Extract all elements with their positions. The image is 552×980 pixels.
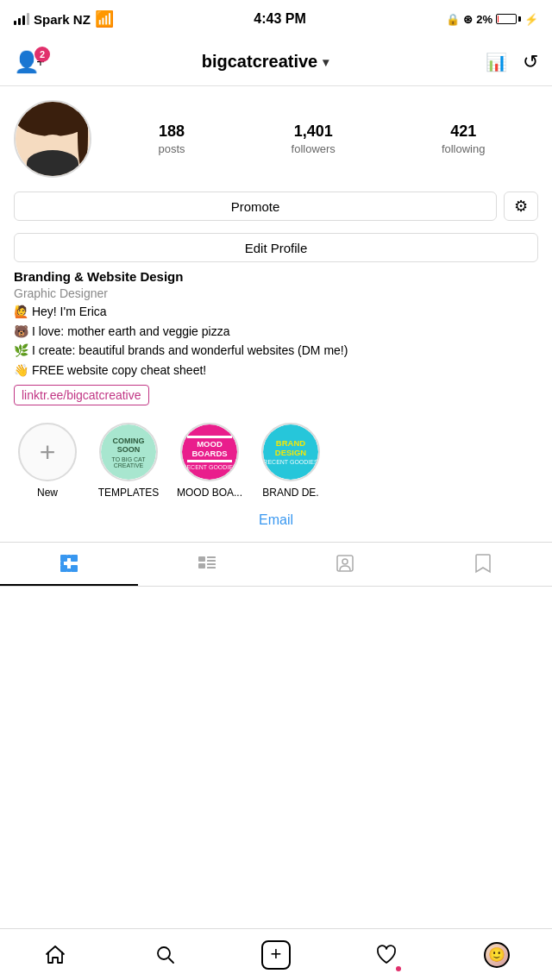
status-time: 4:43 PM: [254, 11, 305, 27]
bio-job: Graphic Designer: [14, 286, 538, 300]
bottom-nav-profile[interactable]: 🙂: [475, 933, 518, 977]
highlight-label-mood: MOOD BOA...: [176, 487, 243, 499]
highlight-label-brand: BRAND DE.: [257, 487, 324, 499]
bookmark-icon: [474, 553, 492, 574]
list-icon: [197, 553, 217, 574]
search-icon: [154, 944, 177, 966]
signal-icon: [14, 13, 29, 25]
svg-rect-12: [207, 567, 216, 569]
svg-rect-3: [60, 562, 64, 565]
posts-stat[interactable]: 188 posts: [159, 122, 185, 155]
following-count: 421: [450, 122, 476, 141]
tab-list[interactable]: [138, 543, 276, 586]
person-tag-icon: [335, 553, 355, 574]
highlights-section: + New COMINGSOON TO BIG CAT CREATIVE TEM…: [0, 416, 552, 502]
following-stat[interactable]: 421 following: [442, 122, 486, 155]
highlight-new[interactable]: + New: [14, 423, 81, 499]
bottom-nav-home[interactable]: [34, 933, 77, 977]
username-label: bigcatcreative: [202, 52, 318, 72]
status-left: Spark NZ 📶: [14, 9, 114, 28]
svg-rect-9: [207, 560, 216, 562]
svg-rect-2: [71, 555, 78, 562]
chevron-down-icon: ▾: [323, 55, 329, 69]
promote-button[interactable]: Promote: [14, 192, 497, 221]
highlight-brand-design[interactable]: BRANDDESIGN RECENT GOODIES BRAND DE.: [257, 423, 324, 499]
bio-line-1: 🙋 Hey! I'm Erica: [14, 304, 538, 321]
highlight-label-new: New: [14, 487, 81, 499]
bluetooth-icon: ⊛: [463, 13, 473, 26]
nav-bar: 👤+ 2 bigcatcreative ▾ 📊 ↺: [0, 38, 552, 86]
settings-button[interactable]: ⚙: [504, 192, 538, 221]
gear-icon: ⚙: [514, 197, 528, 216]
bottom-nav-search[interactable]: [144, 933, 187, 977]
bio-name: Branding & Website Design: [14, 269, 538, 284]
following-label: following: [442, 142, 486, 155]
highlight-circle-mood: MOODBOARDS RECENT GOODIES: [180, 423, 239, 481]
svg-rect-8: [207, 556, 216, 558]
bio-line-2: 🐻 I love: mother earth and veggie pizza: [14, 324, 538, 341]
svg-rect-7: [198, 556, 205, 562]
insights-icon[interactable]: 📊: [486, 52, 507, 72]
action-buttons-row: Promote ⚙: [14, 192, 538, 221]
bio-line-3: 🌿 I create: beautiful brands and wonderf…: [14, 342, 538, 360]
tab-saved[interactable]: [414, 543, 552, 586]
svg-rect-11: [207, 563, 216, 565]
battery-pct-label: 2%: [476, 13, 492, 26]
grid-icon: [59, 553, 79, 574]
email-button[interactable]: Email: [259, 512, 293, 528]
svg-rect-10: [198, 563, 205, 569]
highlight-mood-boards[interactable]: MOODBOARDS RECENT GOODIES MOOD BOA...: [176, 423, 243, 499]
bottom-nav: + 🙂: [0, 928, 552, 980]
contact-section: Email: [0, 502, 552, 538]
highlight-circle-new: +: [18, 423, 77, 481]
followers-stat[interactable]: 1,401 followers: [292, 122, 336, 155]
bio-link[interactable]: linktr.ee/bigcatcreative: [14, 385, 149, 405]
svg-point-14: [342, 559, 348, 564]
svg-rect-6: [67, 569, 71, 572]
notification-badge: 2: [34, 47, 50, 62]
highlight-label-templates: TEMPLATES: [95, 487, 162, 499]
nav-right-icons: 📊 ↺: [486, 51, 538, 73]
add-post-icon: +: [261, 940, 291, 970]
wifi-icon: 📶: [95, 9, 114, 28]
avatar[interactable]: [14, 100, 91, 178]
highlight-circle-brand: BRANDDESIGN RECENT GOODIES: [261, 423, 320, 481]
status-bar: Spark NZ 📶 4:43 PM 🔒 ⊛ 2% ⚡: [0, 0, 552, 38]
followers-label: followers: [292, 142, 336, 155]
status-right: 🔒 ⊛ 2% ⚡: [446, 13, 538, 26]
posts-count: 188: [159, 122, 185, 141]
home-icon: [44, 944, 66, 966]
profile-avatar-small: 🙂: [484, 942, 510, 968]
highlight-circle-templates: COMINGSOON TO BIG CAT CREATIVE: [99, 423, 158, 481]
username-header[interactable]: bigcatcreative ▾: [202, 52, 329, 72]
svg-rect-4: [60, 565, 67, 572]
lock-icon: 🔒: [446, 13, 460, 26]
edit-profile-button[interactable]: Edit Profile: [14, 233, 538, 262]
svg-rect-5: [71, 565, 78, 572]
followers-count: 1,401: [294, 122, 333, 141]
bio-line-4: 👋 FREE website copy cheat sheet!: [14, 362, 538, 380]
history-icon[interactable]: ↺: [523, 51, 538, 73]
heart-icon: [375, 944, 398, 966]
battery-icon: [496, 14, 521, 24]
highlight-templates[interactable]: COMINGSOON TO BIG CAT CREATIVE TEMPLATES: [95, 423, 162, 499]
carrier-label: Spark NZ: [34, 12, 91, 27]
bio-section: Branding & Website Design Graphic Design…: [0, 269, 552, 416]
svg-rect-0: [60, 555, 67, 562]
tab-tagged[interactable]: [276, 543, 414, 586]
bottom-nav-activity[interactable]: [365, 933, 408, 977]
add-follow-button[interactable]: 👤+ 2: [14, 50, 45, 74]
tab-grid[interactable]: [0, 543, 138, 586]
bottom-nav-add[interactable]: +: [254, 933, 298, 977]
svg-rect-1: [67, 555, 71, 558]
profile-section: 188 posts 1,401 followers 421 following …: [0, 86, 552, 269]
profile-top: 188 posts 1,401 followers 421 following: [14, 100, 538, 178]
stats-container: 188 posts 1,401 followers 421 following: [105, 122, 538, 155]
charging-icon: ⚡: [524, 13, 538, 26]
tab-bar: [0, 542, 552, 587]
svg-point-15: [158, 947, 170, 959]
posts-label: posts: [159, 142, 185, 155]
